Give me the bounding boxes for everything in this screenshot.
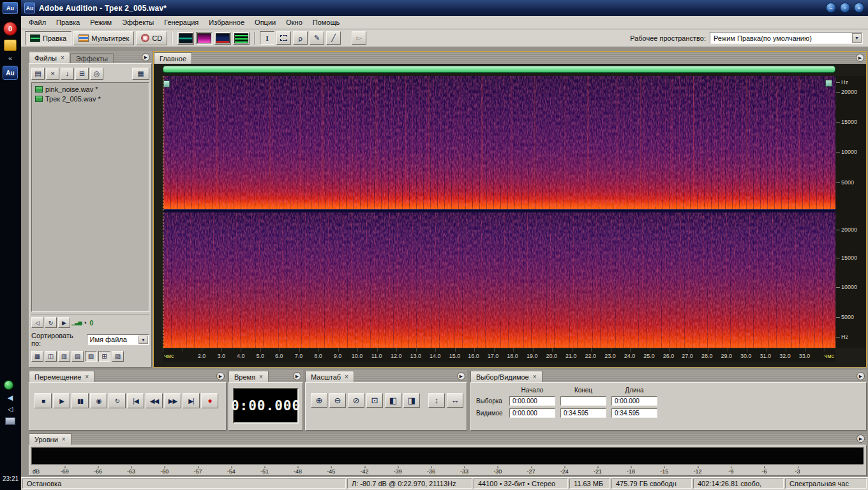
menu-edit[interactable]: Правка (51, 17, 85, 27)
view-start-field[interactable]: 0:00.000 (509, 408, 555, 418)
pause-button[interactable]: ▮▮ (71, 393, 89, 408)
zoom-left-edge-button[interactable]: ◧ (385, 393, 401, 408)
tab-close-icon[interactable]: × (533, 373, 537, 380)
tab-time[interactable]: Время × (228, 371, 269, 382)
spectral-phase-display-button[interactable] (233, 32, 250, 45)
tab-levels[interactable]: Уровни × (29, 433, 71, 445)
dropdown-arrow-icon[interactable]: ▼ (138, 336, 148, 344)
spectral-pan-display-button[interactable] (214, 32, 231, 45)
time-display[interactable]: 0:00.000 (233, 388, 299, 424)
time-selection-tool[interactable]: I (260, 31, 274, 45)
waveform-display-button[interactable] (177, 32, 194, 45)
list-item[interactable]: pink_noise.wav * (33, 84, 147, 94)
play-looped-button[interactable]: ↻ (108, 393, 126, 408)
marquee-selection-tool[interactable] (276, 31, 291, 45)
insert-multitrack-button[interactable]: ⊞ (75, 68, 89, 80)
audition-taskbar-button[interactable]: Au (3, 66, 18, 80)
media-filter-button[interactable]: ▦ (132, 68, 149, 80)
spot-healing-tool[interactable]: ╱ (326, 31, 341, 45)
menu-effects[interactable]: Эффекты (117, 17, 159, 27)
view-end-field[interactable]: 0:34.595 (560, 408, 606, 418)
time-panel-menu-button[interactable]: ▶ (293, 372, 301, 380)
tab-close-icon[interactable]: × (345, 373, 348, 380)
spectral-handle-left[interactable] (163, 80, 170, 87)
tab-close-icon[interactable]: × (62, 436, 66, 443)
timeline-ruler[interactable]: чмс 2.0 3.0 4.0 5.0 6.0 7.0 8.0 9.0 10.0… (163, 348, 835, 362)
record-button[interactable]: ● (201, 393, 218, 408)
stop-button[interactable]: ■ (34, 393, 52, 408)
files-toggle-2[interactable]: ◫ (45, 351, 57, 362)
tab-selection[interactable]: Выбор/Видимое × (470, 371, 542, 382)
close-button[interactable]: × (854, 3, 864, 13)
fast-forward-button[interactable]: ▶▶ (164, 393, 181, 408)
tray-chip-icon[interactable] (5, 417, 15, 425)
dropdown-arrow-icon[interactable]: ▼ (852, 33, 862, 43)
play-from-cursor-button[interactable]: ◉ (90, 393, 107, 408)
transport-panel-menu-button[interactable]: ▶ (216, 372, 225, 380)
levels-panel-menu-button[interactable]: ▶ (857, 434, 865, 443)
spectral-handle-right[interactable] (825, 80, 832, 87)
scrub-tool[interactable]: ▻ (352, 31, 366, 45)
spectral-frequency-display-button[interactable] (196, 32, 213, 45)
main-panel-menu-button[interactable]: ▶ (856, 54, 864, 62)
taskbar-app-icon[interactable]: Au (3, 2, 18, 14)
volume-tray-icon[interactable]: ◀ (3, 393, 18, 402)
zoom-navigator-bar[interactable] (163, 66, 835, 73)
zoom-to-selection-button[interactable]: ⊡ (366, 393, 383, 408)
files-toggle-6[interactable]: ⊞ (98, 351, 110, 362)
tab-main[interactable]: Главное (154, 52, 192, 64)
folder-tray-icon[interactable] (4, 40, 17, 51)
collapse-chevron-icon[interactable]: « (3, 54, 18, 63)
play-preview-button[interactable]: ▶ (58, 317, 70, 328)
insert-cd-button[interactable]: ◎ (90, 68, 103, 80)
files-toggle-1[interactable]: ▦ (31, 351, 43, 362)
zoom-panel-menu-button[interactable]: ▶ (457, 372, 465, 380)
files-toggle-4[interactable]: ▤ (71, 351, 84, 362)
edit-view-button[interactable]: Правка (25, 31, 71, 45)
maximize-button[interactable]: ▫ (840, 3, 850, 13)
files-toggle-5[interactable]: ▧ (85, 351, 97, 362)
rewind-button[interactable]: ◀◀ (146, 393, 163, 408)
menu-options[interactable]: Опции (250, 17, 281, 27)
menu-favorites[interactable]: Избранное (204, 17, 250, 27)
view-length-field[interactable]: 0:34.595 (611, 408, 657, 418)
zoom-in-horizontal-button[interactable]: ⊕ (311, 393, 327, 408)
file-list[interactable]: pink_noise.wav * Трек 2_005.wav * (31, 82, 149, 312)
selection-length-field[interactable]: 0:00.000 (611, 396, 657, 406)
lasso-selection-tool[interactable]: ρ (293, 31, 308, 45)
selection-start-field[interactable]: 0:00.000 (509, 396, 555, 406)
extract-audio-button[interactable]: ↓ (61, 68, 74, 80)
tab-close-icon[interactable]: × (259, 373, 263, 380)
tab-close-icon[interactable]: × (61, 54, 64, 61)
files-toggle-7[interactable]: ▨ (112, 351, 124, 362)
status-tray-icon[interactable] (4, 380, 13, 390)
files-toggle-3[interactable]: ▥ (58, 351, 70, 362)
cd-view-button[interactable]: CD (136, 31, 167, 45)
mute-tray-icon[interactable]: ◁ (3, 405, 18, 413)
effects-paintbrush-tool[interactable]: ✎ (310, 31, 324, 45)
zoom-right-edge-button[interactable]: ◨ (403, 393, 420, 408)
tab-transport[interactable]: Перемещение × (29, 371, 94, 382)
tab-effects[interactable]: Эффекты (70, 53, 114, 63)
level-meter[interactable] (31, 447, 864, 465)
minimize-button[interactable]: – (826, 3, 836, 13)
menu-file[interactable]: Файл (24, 17, 51, 27)
loop-preview-button[interactable]: ↻ (45, 317, 57, 328)
files-panel-menu-button[interactable]: ▶ (142, 53, 150, 61)
import-file-button[interactable]: ▤ (31, 68, 45, 80)
list-item[interactable]: Трек 2_005.wav * (33, 94, 147, 103)
play-button[interactable]: ▶ (53, 393, 70, 408)
spectrogram[interactable] (163, 76, 835, 348)
sort-dropdown[interactable]: Имя файла ▼ (87, 334, 149, 345)
zoom-out-vertical-button[interactable]: ↔ (447, 393, 463, 408)
recorder-tray-icon[interactable]: 0 (3, 22, 17, 36)
frequency-ruler[interactable]: Hz 20000 15000 10000 5000 20000 15000 10… (836, 76, 865, 348)
zoom-out-horizontal-button[interactable]: ⊖ (329, 393, 346, 408)
preview-volume-icon[interactable]: ▁▃▅ (71, 320, 81, 325)
tab-files[interactable]: Файлы × (29, 52, 70, 63)
tab-zoom[interactable]: Масштаб × (305, 371, 354, 382)
multitrack-view-button[interactable]: Мультитрек (73, 31, 134, 45)
menu-generate[interactable]: Генерация (159, 17, 204, 27)
selection-end-field[interactable] (560, 396, 606, 406)
go-to-beginning-button[interactable]: |◀ (127, 393, 144, 408)
